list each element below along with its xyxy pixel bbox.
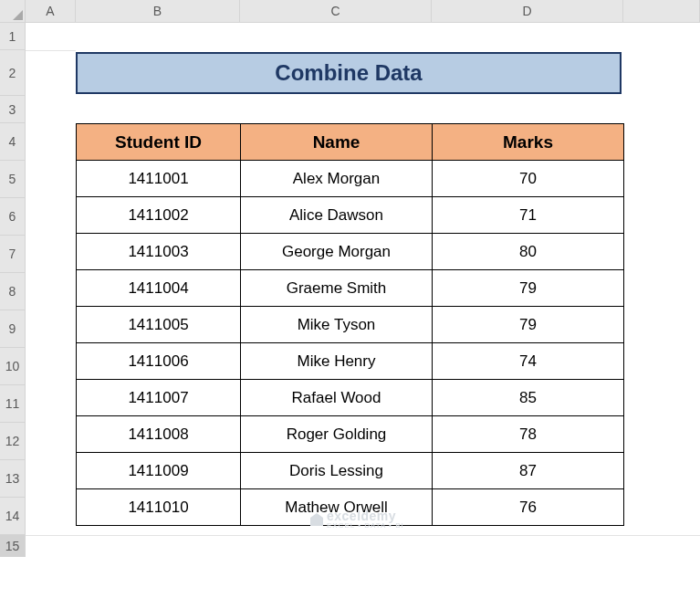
cell-student-id[interactable]: 1411004 (77, 270, 241, 307)
cell-value: Doris Lessing (289, 462, 383, 479)
row-header-2[interactable]: 2 (0, 50, 26, 96)
row-header-4[interactable]: 4 (0, 123, 26, 161)
cell-value: 1411006 (128, 352, 188, 370)
header-marks[interactable]: Marks (433, 124, 624, 161)
row-label: 7 (9, 247, 16, 261)
col-header-A[interactable]: A (26, 0, 76, 23)
header-student-id[interactable]: Student ID (77, 124, 241, 161)
cell-value: 1411008 (128, 425, 188, 443)
cell-value: Graeme Smith (287, 279, 387, 297)
cell-value: 80 (519, 243, 537, 260)
cell-marks[interactable]: 71 (433, 197, 624, 234)
row-header-10[interactable]: 10 (0, 348, 26, 385)
row-header-13[interactable]: 13 (0, 460, 26, 498)
cell-student-id[interactable]: 1411001 (77, 161, 241, 197)
cell-student-id[interactable]: 1411003 (77, 234, 241, 270)
watermark-brand: exceldemy (327, 509, 404, 522)
cell-value: 1411004 (128, 279, 188, 297)
row-label: 10 (5, 359, 20, 373)
cell-marks[interactable]: 79 (433, 270, 624, 307)
cell-student-id[interactable]: 1411007 (77, 380, 241, 416)
row-header-9[interactable]: 9 (0, 310, 26, 348)
page-title: Combine Data (275, 60, 422, 86)
cell-value: Roger Golding (287, 425, 387, 443)
watermark-tag: EXCEL • DATA • BI (327, 522, 404, 530)
row-header-7[interactable]: 7 (0, 236, 26, 273)
spreadsheet: A B C D 1 2 3 4 5 6 7 8 9 10 11 12 13 14… (0, 0, 700, 609)
cell-value: 71 (519, 206, 537, 224)
cell-value: 87 (519, 462, 537, 479)
cell-student-id[interactable]: 1411002 (77, 197, 241, 234)
row-label: 14 (5, 509, 20, 523)
cell-name[interactable]: Roger Golding (241, 416, 433, 453)
cell-marks[interactable]: 87 (433, 453, 624, 489)
cell-name[interactable]: Graeme Smith (241, 270, 433, 307)
cell-value: 1411003 (128, 243, 188, 260)
cell-name[interactable]: Alice Dawson (241, 197, 433, 234)
cell-name[interactable]: Rafael Wood (241, 380, 433, 416)
col-header-B[interactable]: B (76, 0, 240, 23)
cell-student-id[interactable]: 1411008 (77, 416, 241, 453)
select-all-corner[interactable] (0, 0, 26, 23)
cell-student-id[interactable]: 1411005 (77, 307, 241, 343)
cell-value: 76 (519, 499, 537, 516)
row-header-3[interactable]: 3 (0, 96, 26, 123)
table-row: 1411002Alice Dawson71 (77, 197, 624, 234)
cell-value: 1411010 (128, 499, 188, 516)
cell-marks[interactable]: 79 (433, 307, 624, 343)
cell-marks[interactable]: 78 (433, 416, 624, 453)
cell-student-id[interactable]: 1411010 (77, 489, 241, 526)
cell-name[interactable]: Alex Morgan (241, 161, 433, 197)
cell-value: George Morgan (282, 243, 391, 260)
row-header-11[interactable]: 11 (0, 385, 26, 423)
header-label: Student ID (115, 132, 202, 152)
data-table: Student ID Name Marks 1411001Alex Morgan… (76, 123, 624, 526)
row-header-6[interactable]: 6 (0, 198, 26, 236)
cell-value: Mike Henry (298, 352, 376, 370)
cell-name[interactable]: Doris Lessing (241, 453, 433, 489)
cell-name[interactable]: Mike Tyson (241, 307, 433, 343)
row-label: 13 (5, 471, 20, 486)
cell-value: 1411001 (128, 170, 188, 187)
col-header-D[interactable]: D (432, 0, 623, 23)
cell-marks[interactable]: 85 (433, 380, 624, 416)
table-row: 1411006Mike Henry74 (77, 343, 624, 380)
row-header-14[interactable]: 14 (0, 498, 26, 535)
cell-value: Alex Morgan (293, 170, 380, 187)
cell-value: 85 (519, 389, 537, 406)
cell-value: 1411009 (128, 462, 188, 479)
row-label: 6 (9, 209, 16, 224)
table-row: 1411009Doris Lessing87 (77, 453, 624, 489)
watermark: exceldemy EXCEL • DATA • BI (310, 509, 404, 530)
cell-value: Rafael Wood (292, 389, 381, 406)
row-header-15[interactable]: 15 (0, 535, 26, 557)
col-header-E[interactable] (623, 0, 700, 23)
row-label: 1 (9, 29, 16, 44)
col-header-C[interactable]: C (240, 0, 432, 23)
cell-marks[interactable]: 76 (433, 489, 624, 526)
row-header-5[interactable]: 5 (0, 161, 26, 198)
table-row: 1411007Rafael Wood85 (77, 380, 624, 416)
cell-marks[interactable]: 70 (433, 161, 624, 197)
cell-student-id[interactable]: 1411006 (77, 343, 241, 380)
header-name[interactable]: Name (241, 124, 433, 161)
col-label: D (522, 4, 531, 18)
row-label: 4 (9, 134, 16, 149)
cell-value: 1411002 (128, 206, 188, 224)
title-cell[interactable]: Combine Data (76, 52, 622, 94)
cell-name[interactable]: Mike Henry (241, 343, 433, 380)
col-label: B (153, 4, 162, 18)
cell-marks[interactable]: 80 (433, 234, 624, 270)
row-header-12[interactable]: 12 (0, 423, 26, 460)
cell-marks[interactable]: 74 (433, 343, 624, 380)
row-label: 15 (5, 539, 20, 553)
table-row: 1411008Roger Golding78 (77, 416, 624, 453)
row-header-8[interactable]: 8 (0, 273, 26, 310)
cell-value: Alice Dawson (289, 206, 383, 224)
cell-value: 1411007 (128, 389, 188, 406)
table-row: 1411004Graeme Smith79 (77, 270, 624, 307)
cell-value: 79 (519, 316, 537, 333)
cell-student-id[interactable]: 1411009 (77, 453, 241, 489)
row-header-1[interactable]: 1 (0, 23, 26, 50)
cell-name[interactable]: George Morgan (241, 234, 433, 270)
